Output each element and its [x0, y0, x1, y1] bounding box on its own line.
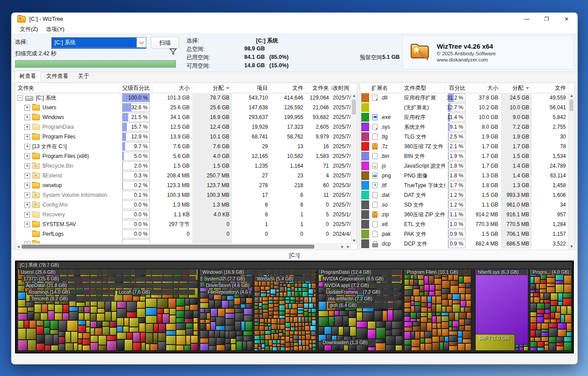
scroll-down-icon[interactable]	[351, 238, 357, 244]
extension-row[interactable]: .7z360压缩 7Z 文件2.1 %1.7 GB1.7 GB78	[360, 142, 569, 151]
tree-expander-icon[interactable]	[24, 144, 30, 150]
folder-row[interactable]: swsetup0.2 %123.3 MB123.7 MB278218602025…	[15, 180, 351, 190]
folder-row[interactable]: PerfLogs0.0 %000002024/4/	[15, 229, 351, 239]
tab-1[interactable]: 文件查看	[42, 71, 73, 82]
tree-expander-icon[interactable]	[24, 173, 30, 179]
folder-tree-panel: 文件夹父级百分比大小分配项目文件文件夹修改时间 [C:] 系统100.0 %10…	[15, 83, 357, 250]
tree-expander-icon[interactable]	[24, 134, 30, 140]
extension-row[interactable]: .pngPNG 图像1.8 %1.3 GB1.4 GB63,114	[360, 171, 569, 180]
tree-expander-icon[interactable]	[24, 183, 30, 188]
treemap-label: 17371\ (25.6 GB)	[22, 276, 196, 282]
filter-funnel-icon[interactable]	[169, 48, 177, 57]
column-header[interactable]: 文件夹	[306, 83, 332, 93]
close-button[interactable]: ✕	[557, 13, 577, 25]
folder-vertical-scrollbar[interactable]	[351, 93, 357, 244]
folder-row[interactable]: Program Files12.9 %13.9 GB10.1 GB68,7415…	[15, 132, 351, 142]
treemap-label: ProgramData\ (12.4 GB)	[319, 269, 401, 275]
extension-row[interactable]: .etlETL 文件1.0 %770.3 MB770.5 MB1,284	[360, 219, 569, 229]
folder-row[interactable]: SYSTEM.SAV0.0 %297 字节01102025/7/	[15, 219, 351, 229]
scroll-right-icon[interactable]	[345, 244, 351, 249]
tab-2[interactable]: 关于	[74, 71, 94, 82]
folder-row[interactable]: ProgramData15.7 %12.5 GB12.4 GB19,92817,…	[15, 122, 351, 132]
scroll-right-icon[interactable]	[340, 244, 345, 249]
folder-row[interactable]: $Recycle.Bin2.0 %1.5 GB1.5 GB1,2351,1647…	[15, 161, 351, 171]
folder-name: PerfLogs	[42, 231, 64, 237]
column-header[interactable]: 文件	[532, 83, 569, 93]
drive-combobox[interactable]: [C:] 系统	[51, 37, 146, 48]
tree-expander-icon[interactable]	[24, 105, 30, 111]
scrollbar-thumb[interactable]	[22, 245, 314, 249]
extension-row[interactable]: .ttfTrueType 字体文件1.7 %1.8 GB1.3 GB1,458	[360, 180, 569, 190]
tree-expander-icon[interactable]	[24, 153, 30, 159]
extension-row[interactable]: .zip360压缩 ZIP 文件1.1 %914.2 MB916.1 MB957	[360, 210, 569, 219]
tree-expander-icon[interactable]	[24, 192, 30, 198]
folder-row[interactable]: Windows21.5 %34.1 GB16.9 GB293,637199,95…	[15, 112, 351, 122]
tab-0[interactable]: 树查看	[15, 71, 41, 82]
scroll-down-icon[interactable]	[569, 244, 574, 249]
extension-row[interactable]: .pakPAK 文件0.9 %1.5 GB706.1 MB1,157	[360, 229, 569, 239]
extension-row[interactable]: .binBIN 文件1.9 %1.7 GB1.5 GB1,534	[360, 151, 569, 161]
folder-row[interactable]: Recovery0.0 %1.1 KB4.0 KB6152025/1/	[15, 210, 351, 219]
extension-row[interactable]: .jsJavaScript 源文件1.8 %1.7 GB1.4 GB24,789	[360, 161, 569, 171]
column-header[interactable]: 分配	[501, 83, 532, 93]
extension-row[interactable]: .dll应用程序扩展31.2 %37.8 GB24.5 GB49,559	[360, 93, 569, 103]
menu-item-0[interactable]: 文件(Z)	[16, 25, 42, 34]
minimize-button[interactable]: —	[517, 13, 537, 25]
tree-expander-icon[interactable]	[24, 202, 30, 208]
tree-expander-icon[interactable]	[24, 163, 30, 169]
column-header[interactable]: 项目	[232, 83, 271, 93]
extension-row[interactable]: (无扩展名)12.7 %10.2 GB10.0 GB56,041	[360, 103, 569, 112]
tree-expander-icon[interactable]	[24, 124, 30, 130]
tree-expander-icon[interactable]	[24, 115, 30, 120]
column-header[interactable]: 大小	[153, 83, 192, 93]
tree-expander-icon[interactable]	[17, 95, 23, 101]
column-header[interactable]: 文件夹	[15, 83, 119, 93]
extension-color-swatch	[361, 200, 369, 209]
treemap[interactable]: [C:] 系统 (78.7 GB)Users\ (25.6 GB)17371\ …	[15, 261, 574, 353]
column-header[interactable]: 扩展名	[370, 83, 402, 93]
extension-row[interactable]: .tlgTLG 文件2.5 %1.9 GB1.9 GB30	[360, 132, 569, 142]
column-header[interactable]: 父级百分比	[119, 83, 153, 93]
scroll-up-icon[interactable]	[351, 93, 357, 99]
scrollbar-thumb[interactable]	[569, 100, 573, 111]
folder-icon	[32, 222, 40, 227]
filetype-icon	[371, 201, 378, 208]
brand-website[interactable]: www.diskanalyzer.com	[437, 57, 496, 62]
folder-row[interactable]: System Volume Information0.1 %100.3 MB10…	[15, 190, 351, 200]
menu-item-1[interactable]: 选项(Y)	[42, 25, 68, 34]
folder-horizontal-scrollbar[interactable]	[15, 243, 351, 249]
scroll-left-icon[interactable]	[15, 244, 21, 249]
extension-row[interactable]: .datDAT 文件1.2 %1.5 GB993.3 MB1,606	[360, 190, 569, 200]
filetype-icon	[371, 94, 378, 101]
folder-row[interactable]: [C:] 系统100.0 %101.3 GB78.7 GB543,710414,…	[15, 93, 351, 103]
column-header[interactable]: 文件类型	[402, 83, 445, 93]
column-header[interactable]: 修改时间	[332, 83, 351, 93]
percent-bar: 0.9 %	[448, 230, 466, 238]
extension-vertical-scrollbar[interactable]	[568, 93, 574, 249]
column-header[interactable]: 分配	[192, 83, 232, 93]
brand-title: WizTree v4.26 x64	[437, 42, 496, 50]
extension-row[interactable]: .dcpDCP 文件0.9 %682.4 MB686.5 MB3,522	[360, 239, 569, 249]
scrollbar-thumb[interactable]	[352, 100, 356, 115]
extension-row[interactable]: .soSO 文件1.2 %1.1 GB961.0 MB34	[360, 200, 569, 210]
folder-row[interactable]: Config.Msi0.0 %1.3 MB1.3 MB6602025/7/	[15, 200, 351, 210]
tree-expander-icon[interactable]	[24, 222, 30, 227]
scroll-up-icon[interactable]	[569, 93, 574, 99]
folder-row[interactable]: Program Files (x86)5.0 %5.6 GB4.0 GB12,1…	[15, 151, 351, 161]
maximize-button[interactable]: ❐	[537, 13, 557, 25]
chevron-down-icon[interactable]	[137, 38, 146, 47]
column-header[interactable]: 百分比	[445, 83, 468, 93]
extension-row[interactable]: .exe应用程序11.4 %10.0 GB9.0 GB5,842	[360, 112, 569, 122]
column-header[interactable]: 大小	[468, 83, 501, 93]
filetype-icon	[371, 192, 378, 199]
folder-row[interactable]: $Extend0.3 %208.4 MB250.7 MB272342025/7/	[15, 171, 351, 180]
scan-button[interactable]: 扫描	[151, 37, 179, 49]
column-header[interactable]: 文件	[271, 83, 306, 93]
menu-bar: 文件(Z)选项(Y)	[11, 25, 577, 34]
folder-row[interactable]: Users32.6 %25.6 GB25.6 GB147,638126,5922…	[15, 103, 351, 112]
tree-expander-icon[interactable]	[24, 212, 30, 218]
filetype-icon	[371, 162, 378, 169]
folder-name: System Volume Information	[42, 192, 107, 198]
extension-row[interactable]: .sys系统文件9.1 %8.0 GB7.2 GB2,755	[360, 122, 569, 132]
folder-row[interactable]: [13 文件在 C:\]9.7 %7.6 GB7.6 GB2913162025/…	[15, 142, 351, 151]
